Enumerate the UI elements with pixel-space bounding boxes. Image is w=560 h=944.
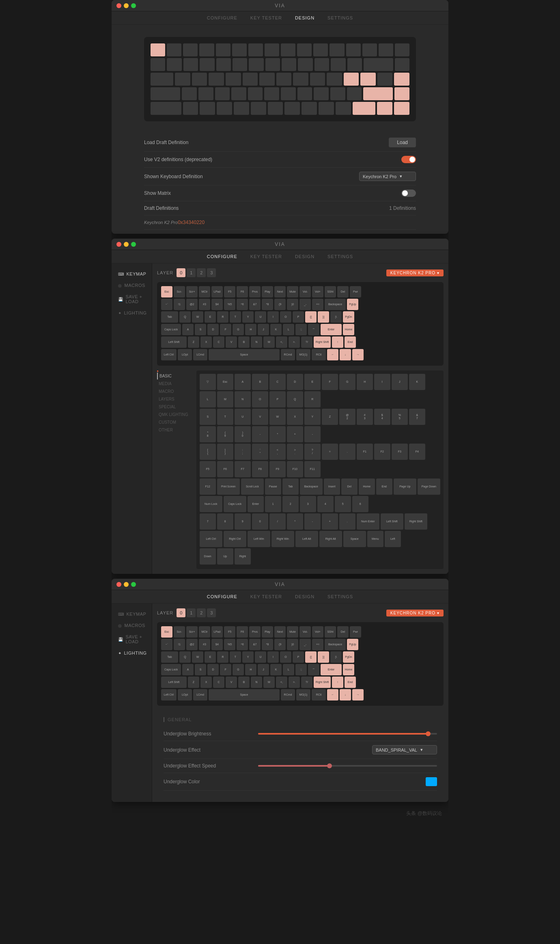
- grid-key-at2[interactable]: @2: [339, 409, 355, 425]
- grid-key-f[interactable]: F: [322, 374, 338, 390]
- key-o[interactable]: O: [280, 311, 291, 323]
- layer-btn-3[interactable]: 3: [207, 608, 216, 617]
- grid-key-qmark[interactable]: ?/: [304, 444, 321, 460]
- key-vol-plus[interactable]: Vol+: [312, 626, 323, 638]
- grid-key-lbr[interactable]: [{: [200, 444, 216, 460]
- show-matrix-toggle[interactable]: [401, 190, 416, 197]
- key-1[interactable]: !1: [174, 299, 185, 310]
- key-5[interactable]: %5: [224, 639, 235, 650]
- v2-toggle[interactable]: [401, 156, 416, 163]
- grid-key-home2[interactable]: Home: [359, 478, 375, 495]
- key-equals[interactable]: +=: [312, 299, 323, 310]
- grid-key-lctrl2[interactable]: Left Ctrl: [200, 531, 222, 547]
- grid-key-up2[interactable]: Up: [217, 548, 233, 565]
- key-f6[interactable]: F6: [237, 286, 248, 297]
- key-p[interactable]: P: [293, 651, 304, 663]
- key-esc[interactable]: Esc: [161, 626, 172, 638]
- cat-special[interactable]: SPECIAL: [157, 403, 190, 410]
- load-button[interactable]: Load: [389, 138, 416, 147]
- key-power[interactable]: Pwr: [350, 626, 361, 638]
- key-f6[interactable]: F6: [237, 626, 248, 638]
- maximize-button[interactable]: [131, 582, 136, 587]
- key-u[interactable]: U: [255, 311, 266, 323]
- grid-key-pgup2[interactable]: Page Up: [394, 478, 416, 495]
- key-i[interactable]: I: [267, 651, 279, 663]
- minimize-button[interactable]: [124, 582, 129, 587]
- key-x[interactable]: X: [200, 336, 212, 348]
- key-lshift[interactable]: Left Shift: [161, 336, 187, 348]
- key-backslash[interactable]: |\: [330, 311, 342, 323]
- grid-key-numenter[interactable]: Num Enter: [357, 513, 379, 530]
- grid-key-n9[interactable]: 9: [235, 513, 251, 530]
- tab-settings[interactable]: SETTINGS: [326, 593, 355, 600]
- key-lshift[interactable]: Left Shift: [161, 677, 187, 688]
- key-r[interactable]: R: [217, 651, 228, 663]
- key-g[interactable]: G: [233, 324, 244, 335]
- grid-key-c[interactable]: C: [269, 374, 286, 390]
- key-prvs[interactable]: Prvs: [249, 626, 261, 638]
- grid-key-f3[interactable]: F3: [392, 444, 408, 460]
- grid-key-f2[interactable]: F2: [374, 444, 390, 460]
- key-j[interactable]: J: [258, 324, 269, 335]
- underglow-brightness-slider[interactable]: [258, 733, 437, 735]
- key-d[interactable]: D: [207, 324, 219, 335]
- key-space[interactable]: Space: [209, 349, 280, 360]
- grid-key-f12[interactable]: F12: [200, 478, 216, 495]
- grid-key-f10[interactable]: F10: [287, 461, 303, 477]
- grid-key-m2[interactable]: M: [217, 391, 233, 407]
- key-quote[interactable]: "': [308, 664, 319, 675]
- grid-key-tab2[interactable]: Tab: [282, 478, 299, 495]
- underglow-effect-select[interactable]: BAND_SPIRAL_VAL ▾: [372, 745, 437, 754]
- key-vol-minus[interactable]: Vol-: [299, 626, 311, 638]
- cat-macro[interactable]: MACRO: [157, 388, 190, 395]
- tab-design[interactable]: DESIGN: [293, 15, 316, 21]
- key-next[interactable]: Next: [274, 286, 286, 297]
- grid-key-n2[interactable]: 2: [282, 496, 299, 512]
- grid-key-nstar[interactable]: *: [269, 426, 286, 442]
- key-right[interactable]: →: [352, 689, 364, 700]
- grid-key-ins[interactable]: Insert: [324, 478, 340, 495]
- key-b[interactable]: B: [238, 336, 250, 348]
- key-0[interactable]: )0: [287, 299, 298, 310]
- key-w[interactable]: W: [192, 651, 203, 663]
- key-pgdn[interactable]: PgDn: [343, 651, 354, 663]
- grid-key-nminus[interactable]: -: [252, 426, 268, 442]
- key-backslash[interactable]: |\: [330, 651, 342, 663]
- grid-key-z[interactable]: Z: [322, 409, 338, 425]
- key-lctrl[interactable]: Left Ctrl: [161, 349, 177, 360]
- key-pgup[interactable]: PgUp: [347, 299, 358, 310]
- key-rbracket[interactable]: }]: [318, 311, 329, 323]
- key-pgdn[interactable]: PgDn: [343, 311, 354, 323]
- grid-key-v[interactable]: V: [252, 409, 268, 425]
- tab-configure[interactable]: CONFIGURE: [205, 593, 239, 600]
- key-esc[interactable]: Esc: [161, 286, 172, 297]
- key-next[interactable]: Next: [274, 626, 286, 638]
- grid-key-rbr[interactable]: ]}: [217, 444, 233, 460]
- key-a[interactable]: A: [182, 664, 194, 675]
- key-h[interactable]: H: [245, 664, 256, 675]
- grid-key-nfplus[interactable]: +: [322, 513, 338, 530]
- underglow-speed-slider[interactable]: [258, 765, 437, 767]
- grid-key-pct5[interactable]: %5: [392, 409, 408, 425]
- key-equals[interactable]: +=: [312, 639, 323, 650]
- key-mo1[interactable]: MO(1): [296, 689, 310, 700]
- key-period[interactable]: >.: [289, 677, 300, 688]
- key-f[interactable]: F: [220, 324, 231, 335]
- key-c[interactable]: C: [213, 677, 224, 688]
- grid-key-star8[interactable]: *8: [200, 426, 216, 442]
- preview-key-enter[interactable]: [363, 87, 393, 100]
- tab-configure[interactable]: CONFIGURE: [205, 253, 239, 260]
- grid-key-n0[interactable]: 0: [252, 513, 268, 530]
- minimize-button[interactable]: [124, 3, 129, 8]
- cat-other[interactable]: OTHER: [157, 427, 190, 433]
- preview-key-bracket2[interactable]: [360, 73, 376, 86]
- key-lcmd[interactable]: LCmd: [193, 689, 207, 700]
- key-vol-minus[interactable]: Vol-: [299, 286, 311, 297]
- key-c[interactable]: C: [213, 336, 224, 348]
- sidebar-item-keymap[interactable]: ⌨ KEYMAP: [112, 608, 152, 620]
- key-t[interactable]: T: [230, 311, 241, 323]
- grid-key-right2[interactable]: Right: [235, 548, 251, 565]
- key-backspace[interactable]: Backspace: [325, 639, 346, 650]
- grid-key-f1[interactable]: F1: [357, 444, 373, 460]
- tab-key-tester[interactable]: KEY TESTER: [249, 15, 284, 21]
